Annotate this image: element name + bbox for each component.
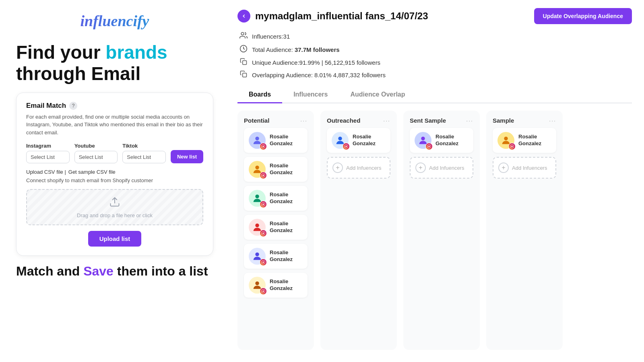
board-outreached-title: Outreached	[327, 117, 360, 124]
file-dropzone[interactable]: Drag and drop a file here or click	[26, 189, 203, 225]
svg-point-14	[255, 253, 259, 256]
influencer-card: RosalieGonzalez	[244, 215, 308, 240]
avatar-wrap	[249, 190, 266, 207]
influencer-card: RosalieGonzalez	[410, 128, 473, 153]
campaign-title-row: mymadglam_influential fans_14/07/23	[237, 10, 534, 23]
stats-row: Influencers:31 Total Audience: 37.7M fol…	[237, 31, 632, 80]
avatar-wrap	[497, 132, 514, 149]
youtube-label: Youtube	[74, 143, 118, 149]
instagram-select[interactable]: Select List	[26, 151, 70, 163]
board-sent-sample-title: Sent Sample	[410, 117, 446, 124]
influencer-name: RosalieGonzalez	[270, 191, 293, 205]
tab-influencers[interactable]: Influencers	[282, 87, 339, 103]
youtube-col: Youtube Select List	[74, 143, 118, 163]
stat-overlapping-audience: Overlapping Audience: 8.01% 4,887,332 fo…	[239, 70, 632, 80]
svg-point-5	[255, 137, 259, 140]
board-sample-menu[interactable]: ···	[549, 117, 556, 124]
influencer-name: RosalieGonzalez	[270, 249, 293, 263]
influencer-name: RosalieGonzalez	[353, 134, 376, 147]
add-influencer-label: Add Infuencers	[346, 165, 381, 171]
svg-point-10	[255, 195, 259, 198]
app-logo: influencify	[16, 12, 213, 30]
add-influencer-outreached[interactable]: + Add Infuencers	[327, 157, 390, 179]
board-sent-sample-header: Sent Sample ···	[410, 117, 473, 124]
avatar-wrap	[249, 132, 266, 149]
svg-point-1	[241, 33, 244, 35]
svg-point-22	[504, 137, 508, 140]
board-sent-sample: Sent Sample ··· RosalieGonzalez + Add In…	[403, 111, 480, 350]
board-potential-menu[interactable]: ···	[300, 117, 308, 124]
back-button[interactable]	[237, 10, 250, 23]
instagram-badge	[508, 143, 516, 150]
influencer-name: RosalieGonzalez	[270, 162, 293, 176]
upload-row: Upload CSV file | Get sample CSV file	[26, 169, 203, 175]
instagram-col: Instagram Select List	[26, 143, 70, 163]
add-influencer-sample[interactable]: + Add Infuencers	[493, 157, 556, 179]
upload-csv-label: Upload CSV file |	[26, 169, 66, 175]
board-sample-header: Sample ···	[493, 117, 556, 124]
stat-influencers: Influencers:31	[239, 31, 632, 41]
card-title: Email Match	[26, 102, 66, 110]
board-potential-header: Potential ···	[244, 117, 308, 124]
board-potential-title: Potential	[244, 117, 269, 124]
influencer-name: RosalieGonzalez	[270, 134, 293, 147]
help-icon[interactable]: ?	[69, 102, 77, 110]
add-influencer-sent-sample[interactable]: + Add Infuencers	[410, 157, 473, 179]
board-outreached-header: Outreached ···	[327, 117, 390, 124]
campaign-title: mymadglam_influential fans_14/07/23	[255, 10, 428, 22]
influencer-name: RosalieGonzalez	[270, 278, 293, 292]
add-icon: +	[415, 162, 426, 173]
board-outreached: Outreached ··· RosalieGonzalez + Add Inf…	[320, 111, 397, 350]
dropzone-text: Drag and drop a file here or click	[77, 212, 153, 218]
avatar-wrap	[249, 219, 266, 236]
influencer-name: RosalieGonzalez	[436, 134, 458, 147]
add-icon: +	[332, 162, 343, 173]
youtube-select[interactable]: Select List	[74, 151, 118, 163]
svg-rect-4	[243, 73, 247, 77]
board-sample: Sample ··· RosalieGonzalez + Add Infuenc…	[486, 111, 563, 350]
svg-point-20	[421, 137, 425, 140]
influencer-card: RosalieGonzalez	[493, 128, 556, 153]
board-sample-title: Sample	[493, 117, 514, 124]
right-header: mymadglam_influential fans_14/07/23 Upda…	[237, 8, 632, 24]
instagram-badge	[260, 201, 267, 208]
influencer-card: RosalieGonzalez	[244, 244, 308, 269]
svg-point-8	[255, 166, 259, 169]
tab-boards[interactable]: Boards	[237, 87, 282, 103]
board-outreached-menu[interactable]: ···	[383, 117, 390, 124]
update-overlapping-button[interactable]: Update Overlapping Audience	[534, 8, 632, 24]
influencer-name: RosalieGonzalez	[270, 220, 293, 234]
tabs-row: Boards Influencers Audience Overlap	[237, 87, 632, 103]
avatar-wrap	[249, 248, 266, 265]
board-sent-sample-menu[interactable]: ···	[466, 117, 473, 124]
match-title: Match and Save them into a list	[16, 264, 213, 279]
right-panel: mymadglam_influential fans_14/07/23 Upda…	[229, 0, 644, 362]
email-match-card: Email Match ? For each email provided, f…	[16, 93, 213, 256]
influencer-card: RosalieGonzalez	[244, 186, 308, 211]
boards-container: Potential ··· RosalieGonzalez	[237, 111, 632, 354]
svg-point-12	[255, 224, 259, 227]
left-panel: influencify Find your brands through Ema…	[0, 0, 229, 362]
add-influencer-label: Add Infuencers	[429, 165, 464, 171]
tab-audience-overlap[interactable]: Audience Overlap	[339, 87, 416, 103]
board-potential: Potential ··· RosalieGonzalez	[237, 111, 314, 350]
stat-total-audience: Total Audience: 37.7M followers	[239, 45, 632, 55]
instagram-badge	[260, 230, 267, 237]
people-icon	[239, 31, 248, 41]
upload-icon	[109, 196, 120, 210]
shopify-connect-text: Connect shopify to match email from Shop…	[26, 177, 203, 183]
avatar-wrap	[415, 132, 431, 149]
upload-list-button[interactable]: Upload list	[88, 231, 142, 247]
influencer-name: RosalieGonzalez	[518, 134, 541, 147]
tiktok-select[interactable]: Select List	[122, 151, 166, 163]
copy-icon-2	[239, 70, 248, 80]
clock-icon	[239, 45, 248, 55]
sample-csv-link[interactable]: Get sample CSV file	[68, 169, 116, 175]
svg-point-16	[255, 282, 259, 285]
copy-icon-1	[239, 58, 248, 67]
instagram-badge	[260, 143, 267, 150]
add-influencer-label: Add Infuencers	[512, 165, 547, 171]
add-icon: +	[498, 162, 509, 173]
card-header: Email Match ?	[26, 102, 203, 110]
new-list-button[interactable]: New list	[171, 150, 203, 163]
